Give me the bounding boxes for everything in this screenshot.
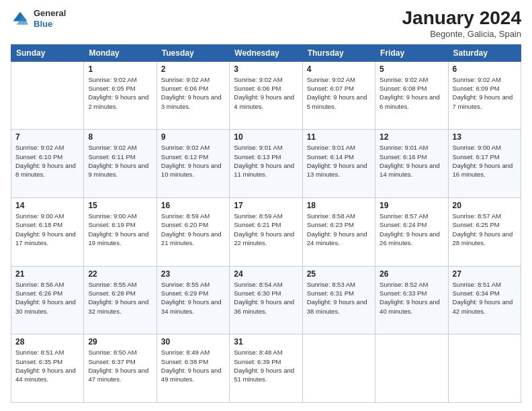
cell-sun-info: Sunrise: 9:02 AMSunset: 6:06 PMDaylight:… bbox=[234, 75, 298, 111]
cell-day-number: 27 bbox=[453, 269, 517, 279]
cell-day-number: 4 bbox=[307, 64, 371, 74]
table-row: 24Sunrise: 8:54 AMSunset: 6:30 PMDayligh… bbox=[230, 266, 302, 334]
table-row: 19Sunrise: 8:57 AMSunset: 6:24 PMDayligh… bbox=[375, 198, 448, 267]
table-row: 12Sunrise: 9:01 AMSunset: 6:16 PMDayligh… bbox=[375, 130, 448, 198]
col-sunday: Sunday bbox=[11, 44, 84, 61]
logo-blue-text: Blue bbox=[34, 19, 66, 30]
cell-day-number: 5 bbox=[380, 64, 443, 74]
table-row: 2Sunrise: 9:02 AMSunset: 6:06 PMDaylight… bbox=[157, 61, 229, 130]
cell-sun-info: Sunrise: 8:56 AMSunset: 6:26 PMDaylight:… bbox=[15, 280, 79, 316]
cell-sun-info: Sunrise: 8:57 AMSunset: 6:24 PMDaylight:… bbox=[380, 212, 443, 247]
cell-day-number: 28 bbox=[15, 337, 79, 347]
cell-day-number: 20 bbox=[453, 201, 517, 210]
cell-sun-info: Sunrise: 9:00 AMSunset: 6:19 PMDaylight:… bbox=[88, 212, 152, 247]
cell-day-number: 24 bbox=[234, 269, 298, 279]
cell-sun-info: Sunrise: 9:01 AMSunset: 6:13 PMDaylight:… bbox=[234, 143, 298, 179]
cell-sun-info: Sunrise: 9:02 AMSunset: 6:08 PMDaylight:… bbox=[380, 75, 443, 111]
page: General Blue January 2024 Begonte, Galic… bbox=[0, 0, 532, 411]
cell-sun-info: Sunrise: 8:55 AMSunset: 6:29 PMDaylight:… bbox=[161, 280, 225, 316]
calendar-week-3: 14Sunrise: 9:00 AMSunset: 6:18 PMDayligh… bbox=[11, 198, 521, 267]
calendar-location: Begonte, Galicia, Spain bbox=[402, 29, 521, 39]
cell-day-number: 2 bbox=[161, 64, 225, 74]
table-row: 29Sunrise: 8:50 AMSunset: 6:37 PMDayligh… bbox=[84, 334, 157, 403]
cell-sun-info: Sunrise: 8:59 AMSunset: 6:20 PMDaylight:… bbox=[161, 212, 225, 247]
title-block: January 2024 Begonte, Galicia, Spain bbox=[402, 8, 521, 39]
logo-text: General Blue bbox=[34, 8, 66, 29]
table-row: 28Sunrise: 8:51 AMSunset: 6:35 PMDayligh… bbox=[11, 334, 84, 403]
col-friday: Friday bbox=[375, 44, 448, 61]
cell-day-number: 8 bbox=[88, 132, 152, 142]
calendar-week-2: 7Sunrise: 9:02 AMSunset: 6:10 PMDaylight… bbox=[11, 130, 521, 198]
cell-sun-info: Sunrise: 8:54 AMSunset: 6:30 PMDaylight:… bbox=[234, 280, 298, 316]
cell-sun-info: Sunrise: 9:02 AMSunset: 6:12 PMDaylight:… bbox=[161, 143, 225, 179]
cell-day-number: 26 bbox=[380, 269, 443, 279]
cell-day-number: 12 bbox=[380, 132, 443, 142]
cell-sun-info: Sunrise: 9:01 AMSunset: 6:16 PMDaylight:… bbox=[380, 143, 443, 179]
cell-sun-info: Sunrise: 9:02 AMSunset: 6:06 PMDaylight:… bbox=[161, 75, 225, 111]
table-row: 31Sunrise: 8:48 AMSunset: 6:39 PMDayligh… bbox=[230, 334, 302, 403]
calendar-week-5: 28Sunrise: 8:51 AMSunset: 6:35 PMDayligh… bbox=[11, 334, 521, 403]
header: General Blue January 2024 Begonte, Galic… bbox=[11, 8, 521, 39]
calendar-table: Sunday Monday Tuesday Wednesday Thursday… bbox=[11, 44, 521, 403]
cell-sun-info: Sunrise: 8:48 AMSunset: 6:39 PMDaylight:… bbox=[234, 348, 298, 383]
table-row: 8Sunrise: 9:02 AMSunset: 6:11 PMDaylight… bbox=[84, 130, 157, 198]
logo-general-text: General bbox=[34, 8, 66, 19]
cell-day-number: 3 bbox=[234, 64, 298, 74]
cell-day-number: 10 bbox=[234, 132, 298, 142]
cell-sun-info: Sunrise: 8:49 AMSunset: 6:38 PMDaylight:… bbox=[161, 348, 225, 383]
cell-day-number: 30 bbox=[161, 337, 225, 347]
cell-day-number: 22 bbox=[88, 269, 152, 279]
cell-day-number: 6 bbox=[453, 64, 517, 74]
table-row: 26Sunrise: 8:52 AMSunset: 6:33 PMDayligh… bbox=[375, 266, 448, 334]
cell-sun-info: Sunrise: 8:51 AMSunset: 6:35 PMDaylight:… bbox=[15, 348, 79, 383]
calendar-title: January 2024 bbox=[402, 8, 521, 29]
cell-sun-info: Sunrise: 9:00 AMSunset: 6:17 PMDaylight:… bbox=[453, 143, 517, 179]
table-row: 27Sunrise: 8:51 AMSunset: 6:34 PMDayligh… bbox=[448, 266, 521, 334]
table-row: 20Sunrise: 8:57 AMSunset: 6:25 PMDayligh… bbox=[448, 198, 521, 267]
cell-day-number: 21 bbox=[15, 269, 79, 279]
table-row: 11Sunrise: 9:01 AMSunset: 6:14 PMDayligh… bbox=[302, 130, 375, 198]
col-thursday: Thursday bbox=[302, 44, 375, 61]
cell-sun-info: Sunrise: 9:02 AMSunset: 6:07 PMDaylight:… bbox=[307, 75, 371, 111]
cell-day-number: 7 bbox=[15, 132, 79, 142]
table-row: 4Sunrise: 9:02 AMSunset: 6:07 PMDaylight… bbox=[302, 61, 375, 130]
table-row: 3Sunrise: 9:02 AMSunset: 6:06 PMDaylight… bbox=[230, 61, 302, 130]
cell-day-number: 14 bbox=[15, 201, 79, 210]
col-wednesday: Wednesday bbox=[230, 44, 302, 61]
cell-sun-info: Sunrise: 8:52 AMSunset: 6:33 PMDaylight:… bbox=[380, 280, 443, 316]
col-saturday: Saturday bbox=[448, 44, 521, 61]
cell-sun-info: Sunrise: 9:02 AMSunset: 6:11 PMDaylight:… bbox=[88, 143, 152, 179]
cell-sun-info: Sunrise: 8:59 AMSunset: 6:21 PMDaylight:… bbox=[234, 212, 298, 247]
table-row: 23Sunrise: 8:55 AMSunset: 6:29 PMDayligh… bbox=[157, 266, 229, 334]
calendar-header-row: Sunday Monday Tuesday Wednesday Thursday… bbox=[11, 44, 521, 61]
cell-sun-info: Sunrise: 9:02 AMSunset: 6:05 PMDaylight:… bbox=[88, 75, 152, 111]
logo: General Blue bbox=[11, 8, 66, 29]
cell-sun-info: Sunrise: 8:55 AMSunset: 6:28 PMDaylight:… bbox=[88, 280, 152, 316]
table-row: 10Sunrise: 9:01 AMSunset: 6:13 PMDayligh… bbox=[230, 130, 302, 198]
cell-sun-info: Sunrise: 8:51 AMSunset: 6:34 PMDaylight:… bbox=[453, 280, 517, 316]
table-row: 18Sunrise: 8:58 AMSunset: 6:23 PMDayligh… bbox=[302, 198, 375, 267]
cell-sun-info: Sunrise: 8:57 AMSunset: 6:25 PMDaylight:… bbox=[453, 212, 517, 247]
cell-sun-info: Sunrise: 9:02 AMSunset: 6:09 PMDaylight:… bbox=[453, 75, 517, 111]
cell-day-number: 25 bbox=[307, 269, 371, 279]
table-row: 6Sunrise: 9:02 AMSunset: 6:09 PMDaylight… bbox=[448, 61, 521, 130]
table-row: 22Sunrise: 8:55 AMSunset: 6:28 PMDayligh… bbox=[84, 266, 157, 334]
cell-sun-info: Sunrise: 8:50 AMSunset: 6:37 PMDaylight:… bbox=[88, 348, 152, 383]
cell-day-number: 29 bbox=[88, 337, 152, 347]
calendar-week-1: 1Sunrise: 9:02 AMSunset: 6:05 PMDaylight… bbox=[11, 61, 521, 130]
cell-day-number: 1 bbox=[88, 64, 152, 74]
cell-sun-info: Sunrise: 8:53 AMSunset: 6:31 PMDaylight:… bbox=[307, 280, 371, 316]
table-row bbox=[448, 334, 521, 403]
table-row: 17Sunrise: 8:59 AMSunset: 6:21 PMDayligh… bbox=[230, 198, 302, 267]
table-row: 13Sunrise: 9:00 AMSunset: 6:17 PMDayligh… bbox=[448, 130, 521, 198]
logo-icon bbox=[11, 9, 30, 28]
cell-day-number: 19 bbox=[380, 201, 443, 210]
cell-day-number: 11 bbox=[307, 132, 371, 142]
col-monday: Monday bbox=[84, 44, 157, 61]
cell-day-number: 23 bbox=[161, 269, 225, 279]
cell-sun-info: Sunrise: 9:01 AMSunset: 6:14 PMDaylight:… bbox=[307, 143, 371, 179]
calendar-week-4: 21Sunrise: 8:56 AMSunset: 6:26 PMDayligh… bbox=[11, 266, 521, 334]
col-tuesday: Tuesday bbox=[157, 44, 229, 61]
cell-day-number: 17 bbox=[234, 201, 298, 210]
table-row bbox=[375, 334, 448, 403]
